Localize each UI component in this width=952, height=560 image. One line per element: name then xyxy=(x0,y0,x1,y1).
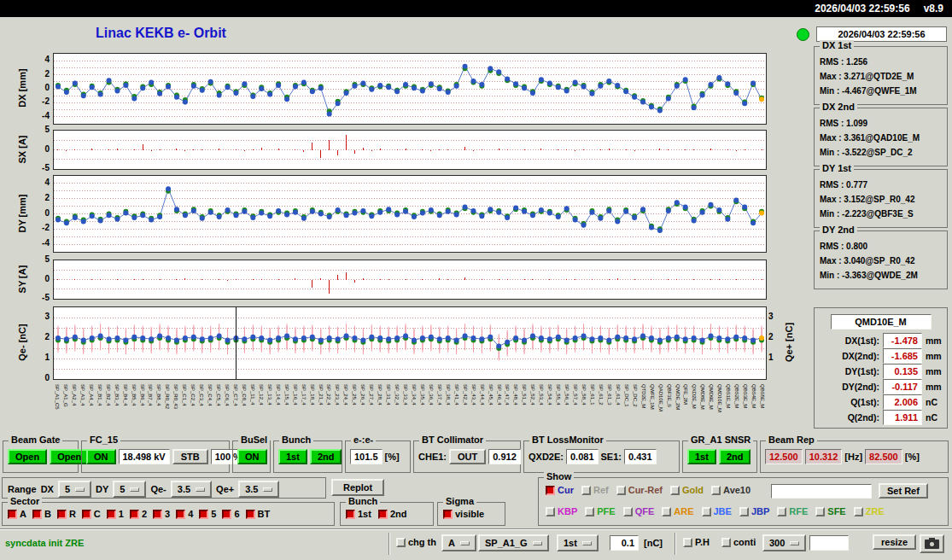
show-toggle-jbp[interactable] xyxy=(739,507,749,516)
axis-tick: 0 xyxy=(31,373,50,382)
show-toggle-cur-ref[interactable] xyxy=(616,486,626,495)
sector-label: 6 xyxy=(234,509,239,519)
stats-min: Min : -4.467@QWFE_1M xyxy=(816,84,945,98)
sector-checkbox-bt[interactable] xyxy=(246,510,255,519)
bpm-label: SP_51_4 xyxy=(521,384,527,405)
replot-button[interactable]: Replot xyxy=(331,479,384,496)
charge-plot[interactable] xyxy=(53,306,767,380)
sector-checkbox-a[interactable] xyxy=(8,510,17,519)
stats-rms: RMS : 0.777 xyxy=(816,178,945,192)
show-toggle-ave10[interactable] xyxy=(711,486,721,495)
chg-th-checkbox[interactable] xyxy=(396,538,406,547)
bpm-label: SP_21_4 xyxy=(318,384,324,405)
ee-ratio-legend: e-:e- xyxy=(351,435,376,445)
resize-button[interactable]: resize xyxy=(873,534,916,550)
dy-orbit-plot[interactable] xyxy=(53,175,767,253)
show-toggle-qfe[interactable] xyxy=(623,507,633,516)
sector-checkbox-1[interactable] xyxy=(107,510,116,519)
fc15-stb-button[interactable]: STB xyxy=(172,449,208,464)
range-qep-select[interactable]: 3.5 xyxy=(238,481,279,498)
show-toggle-jbe[interactable] xyxy=(702,507,711,516)
camera-icon xyxy=(925,538,939,549)
sigma-visible-checkbox[interactable] xyxy=(443,510,453,519)
range-dy-select[interactable]: 5 xyxy=(113,481,146,498)
bunch-checkbox-1st[interactable] xyxy=(346,510,355,519)
show-toggle-gold[interactable] xyxy=(670,486,680,495)
show-label-cur: Cur xyxy=(558,485,574,495)
bpm-label: QMD8E_M xyxy=(699,384,705,410)
bpm-label: SP_18_4 xyxy=(309,384,315,405)
show-series-row-1: CurRefCur-RefGoldAve10 xyxy=(546,485,758,495)
bpm-label: SP_41_4 xyxy=(453,384,459,405)
interval-value: 300 xyxy=(769,538,785,548)
show-toggle-are[interactable] xyxy=(662,507,671,516)
busel-on-button[interactable]: ON xyxy=(237,449,267,464)
show-toggle-zre[interactable] xyxy=(854,507,863,516)
bpm-label: SP_A1_C5 xyxy=(54,384,60,410)
conti-checkbox[interactable] xyxy=(721,538,731,547)
snsr-2nd-button[interactable]: 2nd xyxy=(719,449,751,464)
sector-checkbox-c[interactable] xyxy=(82,510,91,519)
show-toggle-ref[interactable] xyxy=(581,486,591,495)
show-toggle-cur[interactable] xyxy=(546,486,555,495)
bunch-2nd-button[interactable]: 2nd xyxy=(310,449,342,464)
blank-entry[interactable] xyxy=(809,535,849,551)
beam-gate-open-button-1[interactable]: Open xyxy=(8,449,47,464)
range-qem-select[interactable]: 3.5 xyxy=(171,481,212,498)
bpm-label: QXD2E_M xyxy=(691,384,697,409)
sx-steering-plot[interactable] xyxy=(53,130,767,170)
set-ref-button[interactable]: Set Ref xyxy=(879,483,928,499)
sector-checkbox-b[interactable] xyxy=(32,510,42,519)
bpm-label: SP_C1_4 xyxy=(181,384,187,406)
sector-checkbox-4[interactable] xyxy=(176,510,185,519)
bt-lossmonitor-legend: BT LossMonitor xyxy=(529,435,606,445)
show-toggle-sfe[interactable] xyxy=(815,507,825,516)
bunch-1st-button[interactable]: 1st xyxy=(278,449,307,464)
show-toggle-pfe[interactable] xyxy=(585,507,594,516)
stats-min: Min : -3.363@QWDE_2M xyxy=(816,268,945,283)
sy-steering-plot[interactable] xyxy=(53,260,767,300)
se1-label: SE1: xyxy=(601,452,622,462)
bpm-label: SP_C8_4 xyxy=(241,384,247,406)
show-label-ref: Ref xyxy=(593,485,609,495)
bunch-option-value: 1st xyxy=(564,538,577,548)
ph-checkbox[interactable] xyxy=(683,538,692,547)
ee-ratio-unit: [%] xyxy=(385,452,400,462)
show-toggle-rfe[interactable] xyxy=(777,507,786,516)
busel-legend: BuSel xyxy=(238,435,270,445)
range-dx-select[interactable]: 5 xyxy=(58,481,91,498)
screenshot-button[interactable] xyxy=(920,534,944,553)
sector-checkbox-3[interactable] xyxy=(153,510,162,519)
show-label-sfe: SFE xyxy=(827,506,845,516)
axis-tick: 5 xyxy=(31,254,50,264)
fc15-on-button[interactable]: ON xyxy=(86,449,116,464)
che1-out-button[interactable]: OUT xyxy=(449,449,486,464)
titlebar-datetime: 2026/04/03 22:59:56 xyxy=(815,3,909,15)
show-toggle-kbp[interactable] xyxy=(546,507,555,516)
bunch-checkbox-2nd[interactable] xyxy=(378,510,388,519)
bpm-label: SP_27_4 xyxy=(368,384,374,405)
range-dy-label: DY xyxy=(96,484,108,494)
axis-tick: 4 xyxy=(31,55,50,64)
dx-orbit-plot[interactable] xyxy=(53,53,767,125)
interval-option-menu[interactable]: 300 xyxy=(762,534,806,551)
threshold-input[interactable]: 0.1 xyxy=(610,535,639,551)
bpm-label: SP_A3_4 xyxy=(79,384,85,405)
che1-label: CHE1: xyxy=(418,452,447,462)
sector-checkbox-6[interactable] xyxy=(222,510,231,519)
sector-option-menu[interactable]: A xyxy=(441,534,476,551)
bunch-option-menu[interactable]: 1st xyxy=(557,534,599,551)
bpm-label: QBF3E_S xyxy=(666,384,672,407)
dx-axis-label: DX [mm] xyxy=(17,54,27,122)
sector-label: 1 xyxy=(119,509,124,519)
sector-label: A xyxy=(20,509,26,519)
ref-name-input[interactable] xyxy=(771,484,872,499)
sector-checkbox-2[interactable] xyxy=(130,510,139,519)
bpm-option-menu[interactable]: SP_A1_G xyxy=(478,534,549,551)
bpm-label: QWDE_2M xyxy=(675,384,680,410)
sector-checkbox-5[interactable] xyxy=(199,510,208,519)
beam-rep-readout-3: 82.500 xyxy=(865,449,902,464)
bpm-label: QBS2E_M xyxy=(733,384,739,408)
snsr-1st-button[interactable]: 1st xyxy=(687,449,716,464)
sector-checkbox-r[interactable] xyxy=(57,510,67,519)
